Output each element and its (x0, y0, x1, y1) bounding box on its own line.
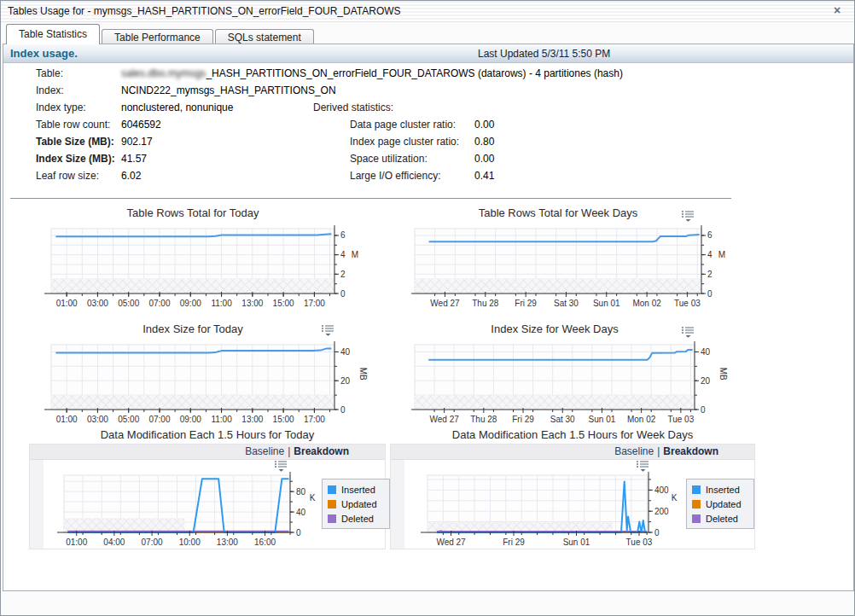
svg-text:4: 4 (340, 250, 346, 259)
window-titlebar: Tables Usage for - mymsgs_HASH_PARTITION… (1, 1, 854, 22)
svg-text:0: 0 (654, 528, 660, 538)
breakdown-link[interactable]: Breakdown (663, 445, 718, 457)
svg-text:03:00: 03:00 (87, 299, 108, 308)
stat-label: Table: (36, 67, 63, 79)
svg-text:40: 40 (701, 347, 711, 357)
chart-card: 0200400Wed 27Fri 29Sun 01Tue 03K Inserte… (404, 460, 754, 549)
svg-text:Fri 29: Fri 29 (515, 299, 537, 308)
stat-label: Space utilization: (350, 153, 428, 165)
chart-menu-icon[interactable] (274, 460, 288, 472)
stat-value: 6.02 (121, 170, 141, 182)
stat-value: nonclustered, nonunique (121, 102, 233, 113)
baseline-link[interactable]: Baseline (614, 445, 654, 457)
stat-label: Leaf row size: (36, 170, 99, 182)
svg-text:MB: MB (718, 368, 728, 381)
svg-text:MB: MB (358, 368, 368, 381)
chart-menu-icon[interactable] (636, 460, 650, 472)
svg-text:Thu 28: Thu 28 (470, 415, 497, 424)
stat-value: NCIND222_mymsgs_HASH_PARTITIONS_ON (121, 84, 336, 96)
svg-text:13:00: 13:00 (241, 299, 263, 308)
chart-index-size-today: Index Size for Today0204001:0003:0005:00… (27, 323, 386, 428)
legend-label: Inserted (341, 485, 375, 495)
svg-text:Sat 30: Sat 30 (554, 299, 579, 308)
legend-item-inserted: Inserted (328, 482, 389, 497)
legend-swatch (692, 485, 701, 494)
svg-text:17:00: 17:00 (304, 415, 325, 424)
stat-row: Leaf row size: (36, 170, 99, 182)
stat-label: Data page cluster ratio: (350, 119, 456, 131)
tables-usage-window: Tables Usage for - mymsgs_HASH_PARTITION… (0, 0, 855, 616)
stat-value: 0.80 (474, 136, 494, 148)
breakdown-link[interactable]: Breakdown (294, 445, 349, 457)
svg-text:05:00: 05:00 (118, 415, 139, 424)
baseline-link[interactable]: Baseline (245, 445, 284, 457)
legend-swatch (692, 514, 701, 523)
svg-text:20: 20 (701, 376, 711, 386)
chart-legend: InsertedUpdatedDeleted (322, 479, 390, 529)
svg-text:K: K (672, 493, 678, 503)
svg-text:K: K (310, 493, 316, 503)
legend-item-inserted: Inserted (692, 482, 753, 497)
svg-text:Sun 01: Sun 01 (593, 299, 620, 308)
svg-text:01:00: 01:00 (56, 299, 78, 308)
svg-text:Mon 02: Mon 02 (632, 299, 661, 308)
svg-text:M: M (352, 250, 358, 259)
svg-text:6: 6 (707, 230, 712, 240)
close-icon[interactable]: × (830, 3, 844, 17)
legend-swatch (328, 514, 336, 523)
chart-menu-icon[interactable] (681, 326, 695, 338)
chart-card: 0408001:0004:0007:0010:0013:0016:00K Ins… (44, 460, 385, 549)
legend-item-deleted: Deleted (328, 511, 389, 526)
stat-value: 0.00 (474, 153, 494, 165)
stat-value: 0.00 (474, 119, 494, 131)
legend-label: Updated (341, 499, 377, 509)
stat-row: Table Size (MB): (36, 136, 114, 148)
stat-row: Large I/O efficiency: (350, 170, 441, 182)
tab-table-statistics[interactable]: Table Statistics (6, 24, 100, 44)
svg-text:40: 40 (340, 347, 351, 357)
link-separator: | (288, 445, 290, 457)
svg-text:0: 0 (701, 405, 706, 415)
svg-text:15:00: 15:00 (273, 415, 294, 424)
svg-text:07:00: 07:00 (142, 538, 163, 547)
stat-row: Table row count: (36, 119, 110, 131)
stat-value: 0.41 (474, 170, 494, 182)
svg-text:M: M (718, 250, 725, 259)
svg-text:11:00: 11:00 (211, 299, 232, 308)
chart-legend: InsertedUpdatedDeleted (686, 479, 754, 529)
chart-menu-icon[interactable] (321, 324, 335, 336)
stat-label: Index page cluster ratio: (350, 136, 459, 148)
section-divider (10, 198, 731, 199)
svg-text:17:00: 17:00 (304, 299, 325, 308)
svg-text:Fri 29: Fri 29 (503, 538, 525, 547)
svg-text:2: 2 (707, 270, 712, 279)
last-updated-label: Last Updated 5/3/11 5:50 PM (478, 48, 610, 60)
svg-text:05:00: 05:00 (118, 299, 139, 308)
legend-label: Updated (706, 499, 742, 509)
stat-label: Index Size (MB): (36, 153, 115, 165)
stat-value: 41.57 (121, 153, 147, 165)
stat-label: Large I/O efficiency: (350, 170, 441, 182)
svg-text:09:00: 09:00 (180, 415, 201, 424)
svg-text:200: 200 (654, 507, 669, 516)
legend-item-updated: Updated (692, 497, 753, 511)
chart-title-datamod-today: Data Modification Each 1.5 Hours for Tod… (29, 428, 386, 441)
svg-text:Sun 01: Sun 01 (563, 538, 590, 547)
stat-row: Data page cluster ratio: (350, 119, 456, 131)
chart-menu-icon[interactable] (681, 210, 695, 222)
svg-text:07:00: 07:00 (148, 299, 170, 308)
svg-text:01:00: 01:00 (66, 538, 87, 547)
stat-row: Index Size (MB): (36, 153, 115, 165)
stat-row: Space utilization: (350, 153, 428, 165)
svg-text:Wed 27: Wed 27 (430, 299, 460, 308)
stat-row: Derived statistics: (313, 102, 393, 113)
svg-text:80: 80 (296, 487, 306, 497)
redacted-text: sales.dbo.mymsgs (121, 67, 206, 79)
svg-text:15:00: 15:00 (273, 299, 294, 308)
svg-text:11:00: 11:00 (211, 415, 232, 424)
svg-text:10:00: 10:00 (179, 538, 201, 547)
svg-text:0: 0 (340, 405, 346, 415)
svg-text:40: 40 (296, 508, 306, 517)
svg-text:07:00: 07:00 (148, 415, 170, 424)
svg-text:400: 400 (654, 485, 669, 495)
